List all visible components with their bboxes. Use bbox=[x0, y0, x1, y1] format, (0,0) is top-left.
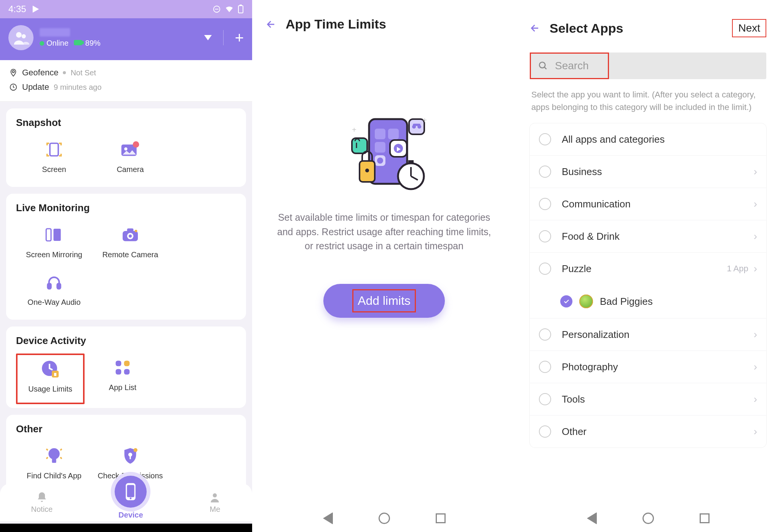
svg-rect-11 bbox=[50, 143, 58, 156]
row-label: Tools bbox=[562, 393, 754, 405]
find-child-app-label: Find Child's App bbox=[16, 471, 92, 480]
row-food-drink[interactable]: Food & Drink › bbox=[530, 220, 766, 253]
svg-rect-28 bbox=[124, 361, 130, 366]
row-all-apps[interactable]: All apps and categories bbox=[530, 123, 766, 156]
one-way-audio-button[interactable]: One-Way Audio bbox=[16, 268, 92, 316]
radio-icon[interactable] bbox=[539, 133, 551, 145]
radio-icon[interactable] bbox=[539, 393, 551, 405]
update-label: Update bbox=[22, 82, 49, 92]
row-communication[interactable]: Communication › bbox=[530, 188, 766, 220]
svg-point-9 bbox=[12, 71, 14, 73]
svg-rect-27 bbox=[116, 361, 121, 366]
nav-device[interactable]: Device bbox=[115, 486, 147, 519]
svg-rect-29 bbox=[116, 369, 121, 375]
radio-icon[interactable] bbox=[539, 166, 551, 178]
status-bar: 4:35 bbox=[0, 0, 252, 18]
nav-device-icon bbox=[115, 476, 147, 508]
live-monitoring-card: Live Monitoring Screen Mirroring Remote … bbox=[6, 194, 246, 320]
row-puzzle[interactable]: Puzzle 1 App › bbox=[530, 253, 766, 285]
row-business[interactable]: Business › bbox=[530, 156, 766, 188]
svg-rect-37 bbox=[127, 485, 134, 497]
radio-icon[interactable] bbox=[539, 230, 551, 242]
nav-notice[interactable]: Notice bbox=[31, 491, 53, 514]
radio-icon[interactable] bbox=[539, 361, 551, 373]
radio-icon[interactable] bbox=[539, 263, 551, 275]
add-limits-button[interactable]: Add limits bbox=[323, 284, 445, 318]
chevron-right-icon: › bbox=[754, 328, 757, 341]
back-arrow-icon[interactable] bbox=[266, 19, 277, 30]
remote-camera-button[interactable]: Remote Camera bbox=[92, 221, 168, 268]
row-label: Personalization bbox=[562, 329, 754, 341]
profile-dropdown-icon[interactable] bbox=[204, 35, 212, 40]
radio-icon[interactable] bbox=[539, 328, 551, 341]
svg-point-13 bbox=[124, 147, 127, 150]
nav-home-icon[interactable] bbox=[379, 513, 390, 524]
nav-recents-icon[interactable] bbox=[700, 513, 710, 523]
nav-me-label: Me bbox=[209, 505, 221, 514]
android-nav-bar bbox=[516, 512, 780, 524]
svg-rect-2 bbox=[238, 6, 243, 13]
row-bad-piggies[interactable]: Bad Piggies bbox=[530, 285, 766, 319]
nav-me[interactable]: Me bbox=[209, 491, 221, 514]
geofence-label: Geofence bbox=[22, 68, 58, 78]
svg-rect-15 bbox=[46, 229, 51, 241]
back-arrow-icon[interactable] bbox=[530, 23, 540, 33]
svg-rect-56 bbox=[408, 160, 414, 164]
device-dashboard-screen: 4:35 Online bbox=[0, 0, 252, 532]
chevron-right-icon: › bbox=[754, 166, 757, 178]
row-other[interactable]: Other › bbox=[530, 416, 766, 448]
row-label: All apps and categories bbox=[562, 134, 757, 145]
page-title: Select Apps bbox=[550, 21, 732, 36]
online-label: Online bbox=[46, 39, 69, 47]
remote-camera-label: Remote Camera bbox=[92, 250, 168, 259]
profile-header: Online 89% + bbox=[0, 18, 252, 60]
nav-home-icon[interactable] bbox=[643, 513, 654, 524]
svg-rect-16 bbox=[53, 229, 61, 241]
svg-rect-7 bbox=[82, 41, 83, 44]
svg-point-21 bbox=[135, 230, 137, 233]
page-title: App Time Limits bbox=[286, 17, 386, 32]
svg-rect-3 bbox=[240, 5, 241, 6]
clock-icon bbox=[9, 83, 18, 91]
svg-point-4 bbox=[16, 32, 22, 38]
checked-icon[interactable] bbox=[560, 295, 572, 307]
snapshot-screen-label: Screen bbox=[16, 165, 92, 174]
chevron-right-icon: › bbox=[754, 361, 757, 373]
app-list-button[interactable]: App List bbox=[85, 354, 161, 404]
screen-mirroring-icon bbox=[16, 225, 92, 245]
screen-mirroring-button[interactable]: Screen Mirroring bbox=[16, 221, 92, 268]
category-list: All apps and categories Business › Commu… bbox=[530, 123, 766, 448]
radio-icon[interactable] bbox=[539, 198, 551, 210]
svg-point-5 bbox=[22, 34, 26, 38]
row-label: Business bbox=[562, 166, 754, 178]
avatar[interactable] bbox=[8, 25, 34, 50]
row-photography[interactable]: Photography › bbox=[530, 351, 766, 383]
nav-back-icon[interactable] bbox=[323, 512, 333, 524]
svg-point-38 bbox=[130, 497, 132, 499]
nav-recents-icon[interactable] bbox=[436, 513, 446, 523]
row-personalization[interactable]: Personalization › bbox=[530, 319, 766, 351]
geofence-icon bbox=[9, 68, 18, 77]
row-tools[interactable]: Tools › bbox=[530, 383, 766, 416]
highlight-box bbox=[530, 53, 609, 79]
svg-rect-30 bbox=[124, 369, 130, 375]
usage-limits-button[interactable]: Usage Limits bbox=[16, 354, 85, 404]
radio-icon[interactable] bbox=[539, 425, 551, 438]
app-list-label: App List bbox=[85, 383, 161, 392]
next-button[interactable]: Next bbox=[732, 19, 766, 37]
snapshot-camera-button[interactable]: Camera bbox=[92, 135, 168, 183]
svg-rect-43 bbox=[375, 142, 385, 153]
find-child-app-button[interactable]: Find Child's App bbox=[16, 442, 92, 489]
snapshot-card: Snapshot Screen Camera bbox=[6, 108, 246, 187]
nav-back-icon[interactable] bbox=[587, 512, 597, 524]
svg-text:+: + bbox=[352, 126, 356, 134]
play-store-icon bbox=[32, 5, 40, 13]
add-profile-button[interactable]: + bbox=[235, 30, 244, 45]
snapshot-camera-label: Camera bbox=[92, 165, 168, 174]
snapshot-screen-button[interactable]: Screen bbox=[16, 135, 92, 183]
chevron-right-icon: › bbox=[754, 263, 757, 275]
row-label: Puzzle bbox=[562, 263, 727, 275]
battery-icon bbox=[238, 5, 244, 14]
live-title: Live Monitoring bbox=[16, 202, 236, 214]
wifi-icon bbox=[225, 5, 234, 14]
